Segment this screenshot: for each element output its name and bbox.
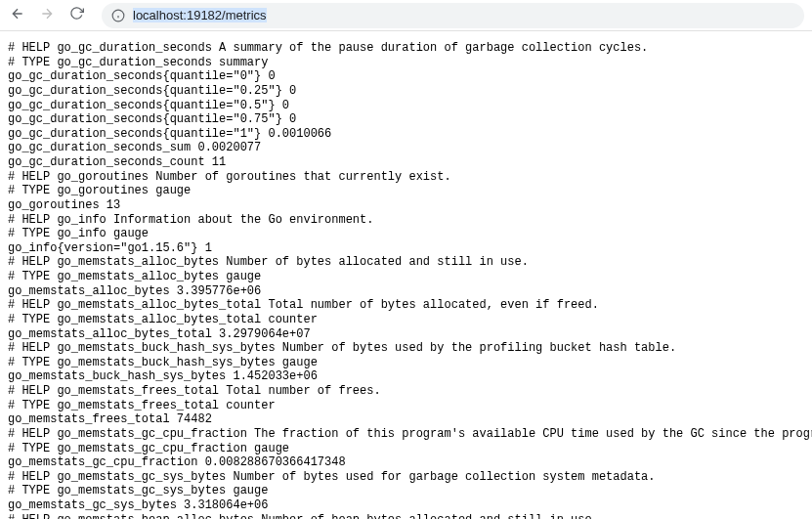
browser-toolbar: localhost:19182/metrics: [0, 0, 812, 31]
url-selected: localhost:19182/metrics: [133, 8, 267, 22]
address-text: localhost:19182/metrics: [133, 8, 267, 22]
back-button[interactable]: [8, 6, 27, 25]
forward-icon: [39, 6, 55, 25]
reload-button[interactable]: [66, 6, 86, 25]
back-icon: [10, 6, 25, 25]
address-bar[interactable]: localhost:19182/metrics: [102, 3, 804, 28]
reload-icon: [69, 6, 84, 24]
forward-button[interactable]: [37, 6, 57, 25]
info-icon: [111, 9, 125, 22]
metrics-output: # HELP go_gc_duration_seconds A summary …: [0, 31, 812, 519]
